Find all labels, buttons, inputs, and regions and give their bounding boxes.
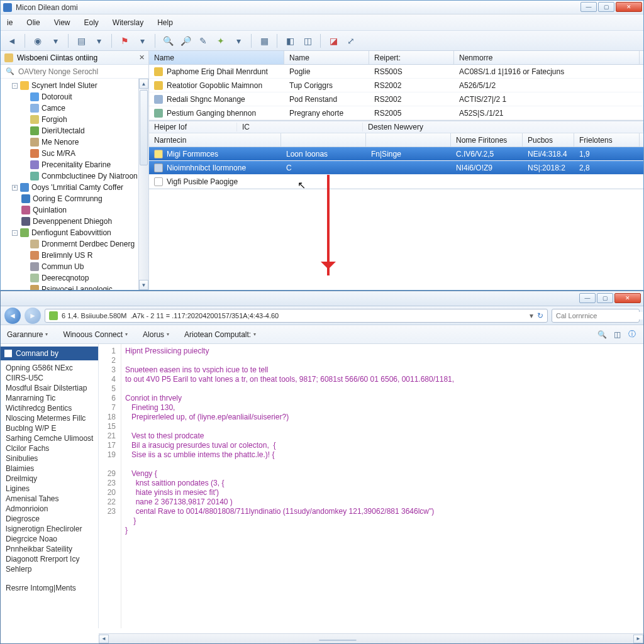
grid2-body[interactable]: Migi FormmcesLoon IoonasFn|SingeC.IV6/V.… — [149, 147, 643, 189]
menu-0[interactable]: ie — [4, 17, 15, 28]
b-help-icon[interactable]: ⓘ — [627, 330, 637, 340]
col-header[interactable]: Name — [149, 51, 284, 64]
b-menu-3[interactable]: Ariotean Computalt:▾ — [184, 330, 256, 339]
tree-item[interactable]: Brelimnly US R — [1, 250, 148, 261]
tree-item[interactable]: Suc M/RA — [1, 148, 148, 159]
tree-tab-hdr[interactable]: Wisboeni Ciintas ontiing ✕ — [1, 51, 148, 65]
scroll-down-icon[interactable]: ▼ — [139, 280, 148, 290]
tree-item[interactable]: Devenppenent Dhiegoh — [1, 216, 148, 227]
tree-item[interactable]: Me Nenore — [1, 136, 148, 148]
table-row[interactable]: Redali Shgnc MonangePod RenstandRS2002AC… — [149, 92, 643, 106]
pin-icon[interactable]: ⚑ — [117, 33, 132, 48]
table-row[interactable]: Paphome Erig Dhail MenrduntPoglieRS500SA… — [149, 65, 643, 79]
h-scrollbar[interactable]: ◄ ► — [99, 633, 643, 643]
b-close-button[interactable]: ✕ — [614, 293, 641, 303]
find-icon[interactable]: 🔎 — [178, 33, 193, 48]
dropdown4-icon[interactable]: ▾ — [231, 33, 246, 48]
tree-item[interactable]: Commun Ub — [1, 261, 148, 272]
tree-scrollbar[interactable]: ▲ ▼ — [138, 79, 148, 290]
list-item[interactable]: Admonrioion — [1, 504, 98, 514]
grid1-body[interactable]: Paphome Erig Dhail MenrduntPoglieRS500SA… — [149, 65, 643, 120]
table-row[interactable]: Vigfi Pusible Paogige — [149, 175, 643, 189]
list-item[interactable]: Diegrosce — [1, 514, 98, 524]
side-list[interactable]: Comnand by Opning G586t NExcCIIRS-U5CMos… — [1, 344, 99, 628]
menu-5[interactable]: Help — [155, 17, 175, 28]
back-icon[interactable]: ◄ — [4, 33, 19, 48]
doc-icon[interactable]: ▤ — [74, 33, 89, 48]
scroll-thumb[interactable] — [140, 90, 148, 165]
side-list-header[interactable]: Comnand by — [1, 347, 98, 360]
tool1-icon[interactable]: ▦ — [257, 33, 272, 48]
list-item[interactable]: Bucblng W/P E — [1, 423, 98, 433]
tree-item[interactable]: -Scynert Indel Sluter — [1, 80, 148, 91]
list-item[interactable]: CIIRS-U5C — [1, 373, 98, 383]
close-panel-icon[interactable]: ✕ — [139, 53, 145, 62]
list-item[interactable]: Diegrcice Noao — [1, 534, 98, 544]
menu-4[interactable]: Witerslay — [110, 17, 146, 28]
list-item[interactable]: lsignerotign Ehecliroler — [1, 524, 98, 534]
tree-search-input[interactable] — [18, 67, 143, 76]
table-row[interactable]: Nioimnhnibct IlormnoneCNI4i6/O!Z9NS|:201… — [149, 161, 643, 175]
menu-3[interactable]: Eoly — [81, 17, 101, 28]
b-menu-2[interactable]: Alorus▾ — [143, 330, 169, 339]
col-header[interactable]: Nome Firitones — [451, 133, 523, 147]
table-row[interactable]: Migi FormmcesLoon IoonasFn|SingeC.IV6/V.… — [149, 147, 643, 161]
side-list-footer[interactable]: Resrre Intomg|Ments — [1, 583, 98, 593]
b-search-input[interactable] — [556, 312, 643, 319]
dropdown2-icon[interactable]: ▾ — [91, 33, 106, 48]
tree-item[interactable]: +Ooys 'Lmritial Camty Coffer — [1, 182, 148, 193]
tree-item[interactable]: Precenitality Ebarine — [1, 159, 148, 170]
b-titlebar[interactable]: — ▢ ✕ — [1, 291, 643, 306]
list-item[interactable]: Mosdful Bsair Dilstertiap — [1, 383, 98, 393]
tree-item[interactable]: Psinyocei Lannologic. — [1, 284, 148, 290]
h-scroll-thumb[interactable] — [319, 640, 357, 641]
b-panel-icon[interactable]: ◫ — [612, 330, 622, 340]
col-header[interactable]: Pucbos — [523, 133, 574, 147]
list-item[interactable]: Pnnheikbar Sateility — [1, 544, 98, 554]
maximize-button[interactable]: ▢ — [598, 2, 614, 12]
scroll-left-icon[interactable]: ◄ — [99, 635, 109, 643]
table-row[interactable]: Reatotior Gopoblic MaimnonTup CoriggrsRS… — [149, 79, 643, 92]
list-item[interactable]: Ligines — [1, 484, 98, 494]
tree-item[interactable]: Forgioh — [1, 114, 148, 125]
list-item[interactable]: Manrarning Tic — [1, 393, 98, 403]
tree-item[interactable]: Dronmernt Derdbec Denerg — [1, 238, 148, 250]
code-editor[interactable]: 123456718152117192923202223 Hipnt Pressi… — [99, 344, 643, 628]
search-icon[interactable]: 🔍 — [160, 33, 175, 48]
tool3-icon[interactable]: ◫ — [300, 33, 315, 48]
expand-icon[interactable]: + — [12, 185, 18, 191]
b-maximize-button[interactable]: ▢ — [597, 293, 613, 303]
col-header[interactable]: Frielotens — [574, 133, 640, 147]
wand-icon[interactable]: ✎ — [196, 33, 211, 48]
globe-icon[interactable]: ◉ — [30, 33, 45, 48]
expand-icon[interactable]: ⤢ — [343, 33, 358, 48]
tree-item[interactable]: Quinlation — [1, 204, 148, 216]
list-item[interactable]: Opning G586t NExc — [1, 363, 98, 373]
list-item[interactable]: Dreilmiqy — [1, 474, 98, 484]
list-item[interactable]: Diagonott Rrerport Icy — [1, 554, 98, 564]
tool2-icon[interactable]: ◧ — [282, 33, 297, 48]
address-input[interactable] — [62, 312, 526, 319]
grid2-header[interactable]: NarntecinNome FiritonesPucbosFrielotens — [149, 133, 643, 147]
b-menu-1[interactable]: Winoous Connect▾ — [63, 330, 128, 339]
tree-item[interactable]: Ooring E Cormrunng — [1, 193, 148, 204]
tree-item[interactable]: DieriUtectald — [1, 125, 148, 136]
list-item[interactable]: Sarhing Cemche Ulimoost — [1, 433, 98, 443]
nav-back-icon[interactable]: ◄ — [4, 308, 21, 324]
grid1-header[interactable]: NameNameReipert:Nenmorre — [149, 51, 643, 65]
code-body[interactable]: Hipnt Pressiicing puieclty Snueteen ease… — [121, 344, 458, 628]
tree-search[interactable]: 🔍 — [1, 65, 148, 79]
list-item[interactable]: Sinibulies — [1, 453, 98, 464]
search-box[interactable] — [552, 309, 640, 323]
tree-list[interactable]: -Scynert Indel SluterDotorouitCamceForgi… — [1, 79, 148, 290]
addr-dropdown-icon[interactable]: ▾ — [530, 311, 533, 320]
list-item[interactable]: Wictihredcg Bentics — [1, 403, 98, 413]
scroll-up-icon[interactable]: ▲ — [139, 79, 148, 89]
dropdown3-icon[interactable]: ▾ — [135, 33, 150, 48]
col-header[interactable]: Name — [284, 51, 369, 64]
list-item[interactable]: Clcilor Fachs — [1, 443, 98, 453]
address-bar[interactable]: ▾ ↻ — [45, 309, 548, 323]
list-item[interactable]: Blaimies — [1, 464, 98, 474]
col-header[interactable]: Nenmorre — [454, 51, 640, 64]
menu-2[interactable]: View — [52, 17, 73, 28]
